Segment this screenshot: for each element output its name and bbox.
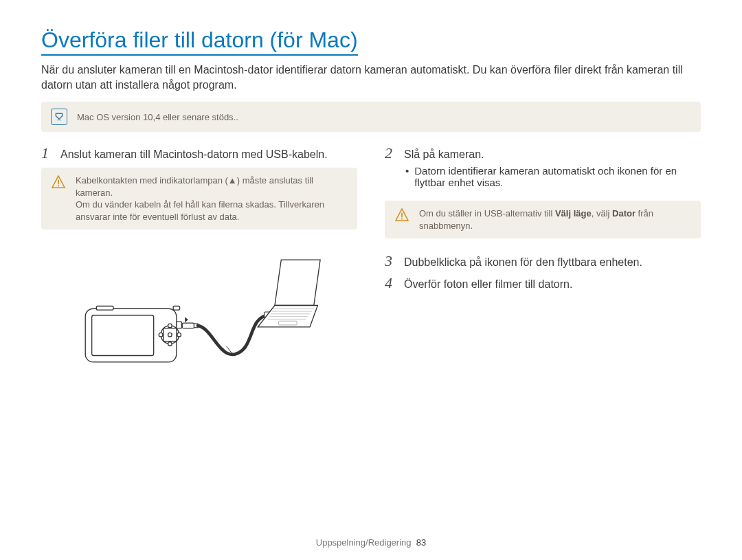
svg-point-10 xyxy=(159,333,163,337)
step-2-text: Slå på kameran. xyxy=(404,148,484,161)
step-4: 4 Överför foton eller filmer till datorn… xyxy=(385,276,701,291)
content-columns: 1 Anslut kameran till Macintosh-datorn m… xyxy=(41,146,701,374)
step-3: 3 Dubbelklicka på ikonen för den flyttba… xyxy=(385,254,701,269)
svg-rect-26 xyxy=(279,322,297,326)
top-note-box: Mac OS version 10,4 eller senare stöds.. xyxy=(41,102,701,132)
left-warning-text: Kabelkontakten med indikatorlampan (▲) m… xyxy=(76,175,348,223)
page-footer: Uppspelning/Redigering 83 xyxy=(0,537,742,548)
step-2: 2 Slå på kameran. xyxy=(385,146,701,161)
right-warning-text: Om du ställer in USB-alternativ till Väl… xyxy=(419,208,691,232)
svg-point-2 xyxy=(58,186,59,187)
footer-section: Uppspelning/Redigering xyxy=(316,537,412,548)
camera-laptop-svg xyxy=(76,250,323,374)
note-icon xyxy=(51,109,67,125)
svg-point-8 xyxy=(168,333,172,337)
step-4-text: Överför foton eller filmer till datorn. xyxy=(404,278,572,291)
svg-point-9 xyxy=(168,342,172,346)
top-note-text: Mac OS version 10,4 eller senare stöds.. xyxy=(77,112,238,122)
page-number: 83 xyxy=(416,537,426,548)
step-number: 4 xyxy=(385,276,397,291)
right-warning-box: Om du ställer in USB-alternativ till Väl… xyxy=(385,201,701,238)
svg-marker-17 xyxy=(185,317,188,323)
svg-point-7 xyxy=(168,324,172,328)
step-3-text: Dubbelklicka på ikonen för den flyttbara… xyxy=(404,256,642,269)
step-number: 1 xyxy=(41,146,54,161)
page-title: Överföra filer till datorn (för Mac) xyxy=(41,27,358,56)
caution-icon xyxy=(394,208,409,232)
step-number: 3 xyxy=(385,254,397,269)
svg-rect-13 xyxy=(96,306,113,311)
svg-rect-4 xyxy=(92,315,154,356)
caution-icon xyxy=(51,175,66,223)
svg-rect-14 xyxy=(177,322,182,328)
left-column: 1 Anslut kameran till Macintosh-datorn m… xyxy=(41,146,357,374)
manual-page: Överföra filer till datorn (för Mac) När… xyxy=(0,0,742,560)
step-2-bullet: Datorn identifierar kameran automatiskt … xyxy=(405,165,701,188)
intro-paragraph: När du ansluter kameran till en Macintos… xyxy=(41,63,701,92)
step-number: 2 xyxy=(385,146,397,161)
left-warning-box: Kabelkontakten med indikatorlampan (▲) m… xyxy=(41,168,357,229)
svg-rect-12 xyxy=(173,306,179,311)
svg-point-29 xyxy=(401,219,403,220)
right-column: 2 Slå på kameran. Datorn identifierar ka… xyxy=(385,146,701,374)
svg-rect-15 xyxy=(182,323,194,328)
svg-point-11 xyxy=(177,333,181,337)
connection-illustration xyxy=(41,250,357,374)
step-1-text: Anslut kameran till Macintosh-datorn med… xyxy=(60,148,328,161)
step-1: 1 Anslut kameran till Macintosh-datorn m… xyxy=(41,146,357,161)
